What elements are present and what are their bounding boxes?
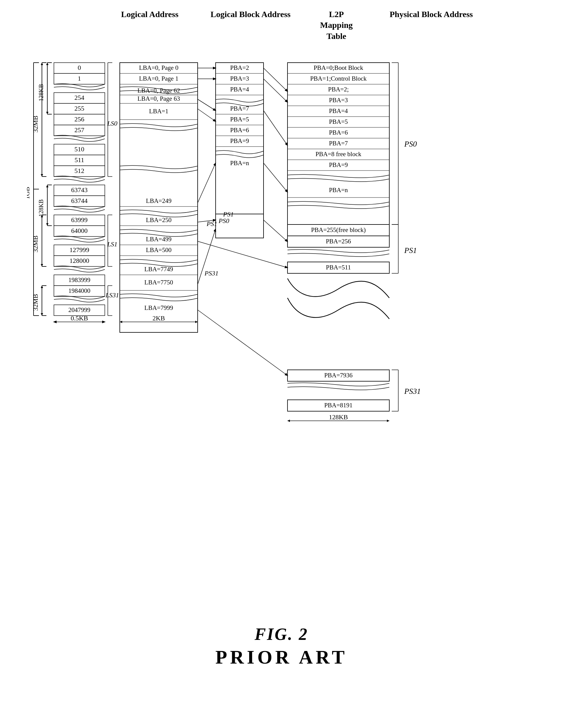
svg-text:PBA=n: PBA=n xyxy=(329,186,348,194)
svg-text:511: 511 xyxy=(75,156,84,164)
svg-text:1: 1 xyxy=(78,75,81,82)
svg-text:63744: 63744 xyxy=(71,197,88,204)
svg-text:PBA=3: PBA=3 xyxy=(230,75,249,82)
svg-text:1984000: 1984000 xyxy=(68,287,90,294)
svg-line-200 xyxy=(264,220,287,242)
svg-text:PBA=0;Boot Block: PBA=0;Boot Block xyxy=(313,64,363,71)
svg-line-197 xyxy=(198,310,287,376)
svg-marker-122 xyxy=(387,420,389,422)
svg-text:510: 510 xyxy=(75,145,85,153)
svg-marker-133 xyxy=(41,174,43,177)
svg-text:PBA=6: PBA=6 xyxy=(230,126,249,134)
svg-line-198 xyxy=(198,241,287,268)
svg-text:PBA=8191: PBA=8191 xyxy=(324,402,353,409)
svg-text:32MB: 32MB xyxy=(32,236,39,252)
main-diagram-svg: 0 1 254 255 256 257 510 511 512 xyxy=(27,46,536,616)
svg-text:PS1: PS1 xyxy=(404,246,417,255)
svg-line-188 xyxy=(264,68,287,91)
header-logical-address: Logical Address xyxy=(111,9,189,42)
svg-line-190 xyxy=(264,111,287,145)
svg-text:LBA=7749: LBA=7749 xyxy=(144,266,173,273)
svg-text:128KB: 128KB xyxy=(329,413,348,421)
svg-text:LBA=0, Page 1: LBA=0, Page 1 xyxy=(139,75,178,82)
svg-text:PBA=5: PBA=5 xyxy=(329,118,348,125)
svg-text:PBA=256: PBA=256 xyxy=(326,238,351,245)
svg-text:LBA=0, Page 62: LBA=0, Page 62 xyxy=(138,87,180,94)
svg-text:63743: 63743 xyxy=(71,186,88,194)
svg-text:64000: 64000 xyxy=(71,227,88,234)
svg-text:LBA=7999: LBA=7999 xyxy=(144,304,173,311)
svg-text:1983999: 1983999 xyxy=(68,276,90,284)
svg-text:PBA=2: PBA=2 xyxy=(230,64,249,71)
svg-text:LBA=249: LBA=249 xyxy=(146,197,171,204)
svg-text:LBA=500: LBA=500 xyxy=(146,246,171,254)
svg-text:LBA=1: LBA=1 xyxy=(149,108,168,115)
svg-text:PBA=2;: PBA=2; xyxy=(328,86,348,93)
svg-text:PBA=n: PBA=n xyxy=(230,159,249,167)
svg-line-187 xyxy=(198,163,216,203)
svg-text:128KB: 128KB xyxy=(38,199,44,217)
figure-label: PRIOR ART xyxy=(27,646,536,668)
svg-text:128KB: 128KB xyxy=(38,84,44,101)
svg-text:PS0: PS0 xyxy=(404,140,417,148)
svg-text:PBA=7: PBA=7 xyxy=(329,140,348,147)
svg-line-186 xyxy=(198,109,216,121)
svg-text:PS0: PS0 xyxy=(218,217,229,224)
svg-text:PBA=8 free block: PBA=8 free block xyxy=(315,150,361,158)
svg-marker-121 xyxy=(287,420,290,422)
svg-line-189 xyxy=(264,79,287,102)
svg-text:LBA=250: LBA=250 xyxy=(146,216,171,224)
svg-text:PS1: PS1 xyxy=(206,220,217,227)
svg-text:PBA=511: PBA=511 xyxy=(326,264,351,271)
svg-text:63999: 63999 xyxy=(71,216,88,224)
svg-marker-145 xyxy=(41,264,43,266)
header-l2p: L2P Mapping Table xyxy=(312,9,360,42)
svg-text:PBA=6: PBA=6 xyxy=(329,129,348,136)
svg-text:LS0: LS0 xyxy=(107,120,117,127)
svg-marker-150 xyxy=(46,185,49,187)
svg-line-191 xyxy=(264,163,287,192)
svg-marker-156 xyxy=(41,286,43,288)
svg-text:PBA=5: PBA=5 xyxy=(230,116,249,123)
svg-text:256: 256 xyxy=(75,115,85,123)
svg-marker-157 xyxy=(41,313,43,316)
svg-text:127999: 127999 xyxy=(70,246,89,254)
svg-text:1GB: 1GB xyxy=(27,187,31,199)
svg-text:PS31: PS31 xyxy=(204,269,218,277)
svg-text:PBA=3: PBA=3 xyxy=(329,97,348,104)
svg-text:32MB: 32MB xyxy=(32,116,39,132)
svg-text:LBA=0, Page 0: LBA=0, Page 0 xyxy=(139,64,178,71)
svg-text:LBA=0, Page 63: LBA=0, Page 63 xyxy=(138,95,180,102)
svg-text:257: 257 xyxy=(75,126,85,134)
svg-text:254: 254 xyxy=(75,94,85,101)
svg-text:PBA=4: PBA=4 xyxy=(329,107,348,114)
svg-text:2047999: 2047999 xyxy=(68,306,90,313)
svg-text:PBA=4: PBA=4 xyxy=(230,86,249,93)
header-lba: Logical Block Address xyxy=(209,9,292,42)
svg-text:512: 512 xyxy=(75,167,85,174)
svg-text:PS31: PS31 xyxy=(404,387,421,396)
svg-text:2KB: 2KB xyxy=(153,314,165,322)
svg-text:PBA=255(free block): PBA=255(free block) xyxy=(311,226,366,233)
svg-text:LBA=499: LBA=499 xyxy=(146,236,171,243)
diagram-wrapper: Logical Address Logical Block Address L2… xyxy=(27,6,536,668)
svg-marker-69 xyxy=(102,321,105,323)
svg-text:LS1: LS1 xyxy=(107,240,117,248)
svg-marker-138 xyxy=(46,63,49,65)
svg-line-185 xyxy=(198,99,216,111)
svg-text:LBA=7750: LBA=7750 xyxy=(144,279,173,286)
svg-text:LS31: LS31 xyxy=(105,291,119,299)
svg-marker-132 xyxy=(41,63,43,65)
svg-marker-139 xyxy=(46,112,49,114)
header-pba: Physical Block Address xyxy=(380,9,482,42)
svg-text:255: 255 xyxy=(75,105,85,112)
svg-text:0.5KB: 0.5KB xyxy=(71,314,88,322)
svg-text:32MB: 32MB xyxy=(32,294,39,311)
svg-text:PBA=7: PBA=7 xyxy=(230,105,249,112)
svg-text:PBA=7936: PBA=7936 xyxy=(324,372,353,379)
figure-number: FIG. 2 xyxy=(27,625,536,644)
svg-text:PBA=9: PBA=9 xyxy=(329,161,348,168)
svg-text:PS1: PS1 xyxy=(223,210,234,218)
svg-text:128000: 128000 xyxy=(70,257,89,264)
svg-text:PBA=9: PBA=9 xyxy=(230,137,249,144)
